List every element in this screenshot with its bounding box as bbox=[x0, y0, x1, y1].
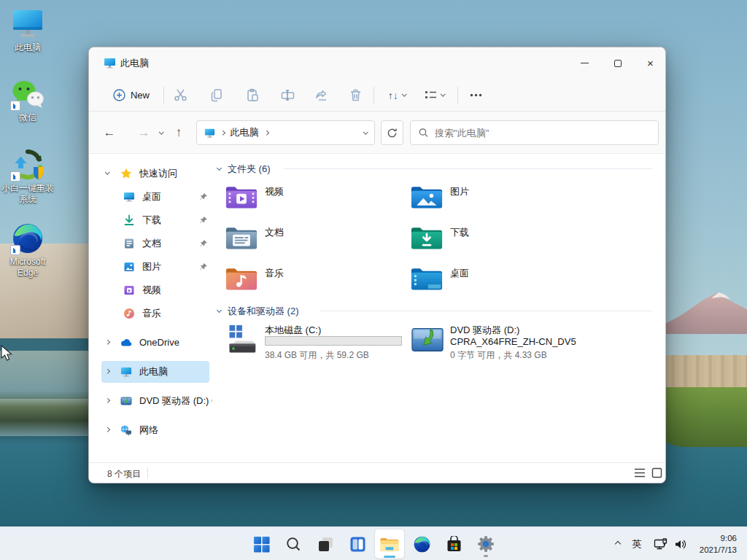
paste-button[interactable] bbox=[239, 84, 266, 106]
search-input[interactable] bbox=[435, 128, 650, 139]
section-header-drives[interactable]: 设备和驱动器 (2) bbox=[212, 304, 665, 317]
folder-tile-pictures[interactable]: 图片 bbox=[411, 182, 593, 217]
folder-tile-music[interactable]: 音乐 bbox=[225, 263, 408, 298]
search-box[interactable] bbox=[410, 120, 659, 145]
this-pc-monitor-icon bbox=[11, 7, 44, 41]
sidebar-item-this-pc[interactable]: 此电脑 bbox=[101, 361, 209, 383]
up-button[interactable]: ↑ bbox=[167, 121, 190, 144]
shortcut-arrow-badge bbox=[10, 101, 20, 111]
window-title: 此电脑 bbox=[120, 47, 149, 79]
breadcrumb-separator-icon bbox=[220, 131, 225, 135]
wallpaper-tree-reflections bbox=[0, 391, 96, 445]
drive-tile-d[interactable]: DVD 驱动器 (D:) CPRA_X64FRE_ZH-CN_DV5 0 字节 … bbox=[411, 324, 593, 368]
breadcrumb-this-pc[interactable]: 此电脑 bbox=[231, 126, 259, 139]
videos-folder-icon bbox=[225, 182, 258, 211]
sidebar-item-quick-access[interactable]: 快速访问 bbox=[101, 163, 209, 184]
tray-show-hidden-icons-button[interactable] bbox=[609, 529, 627, 559]
address-dropdown-icon[interactable] bbox=[363, 129, 368, 133]
onedrive-cloud-icon bbox=[120, 337, 132, 349]
folder-tile-documents[interactable]: 文档 bbox=[225, 222, 408, 257]
section-divider bbox=[284, 168, 652, 169]
cut-icon bbox=[174, 88, 187, 102]
large-icons-view-button[interactable] bbox=[651, 467, 664, 479]
desktop-root: { "colors": { "accent": "#0067c0", "side… bbox=[0, 0, 747, 560]
file-explorer-icon bbox=[380, 536, 399, 552]
file-explorer-button[interactable] bbox=[375, 529, 404, 559]
store-button[interactable] bbox=[439, 529, 468, 559]
history-dropdown-button[interactable] bbox=[155, 121, 168, 144]
clock-date: 2021/7/13 bbox=[689, 544, 737, 556]
sidebar-item-downloads[interactable]: 下载 bbox=[101, 209, 209, 231]
sidebar-item-dvd-drive[interactable]: DVD 驱动器 (D:) CPRA_X64FRE_ZH-CN_DV5 bbox=[101, 390, 209, 412]
download-icon bbox=[123, 214, 135, 226]
desktop-icon-label: Microsoft Edge bbox=[0, 257, 55, 279]
view-button[interactable] bbox=[417, 84, 452, 106]
desktop-icon-this-pc[interactable]: 此电脑 bbox=[0, 7, 55, 53]
widgets-button[interactable] bbox=[343, 529, 372, 559]
chevron-right-icon[interactable] bbox=[105, 369, 109, 373]
sidebar-item-onedrive[interactable]: OneDrive bbox=[101, 332, 209, 354]
collapse-chevron-icon[interactable] bbox=[217, 166, 222, 171]
tray-volume-button[interactable] bbox=[670, 529, 689, 559]
settings-button[interactable] bbox=[471, 529, 500, 559]
rename-button[interactable] bbox=[274, 84, 301, 106]
cut-button[interactable] bbox=[167, 84, 193, 106]
taskbar: 英 9:06 2021/7/13 bbox=[0, 526, 747, 560]
section-divider bbox=[320, 311, 652, 311]
section-header-folders[interactable]: 文件夹 (6) bbox=[212, 162, 665, 175]
drive-tile-c[interactable]: 本地磁盘 (C:) 38.4 GB 可用，共 59.2 GB bbox=[225, 324, 408, 368]
details-view-button[interactable] bbox=[634, 467, 646, 479]
desktop-icon-edge[interactable]: Microsoft Edge bbox=[0, 222, 55, 279]
folder-tile-desktop[interactable]: 桌面 bbox=[411, 263, 593, 298]
sort-button[interactable]: ↑↓ bbox=[379, 84, 414, 106]
back-button[interactable]: ← bbox=[98, 121, 121, 144]
desktop-icon-wechat[interactable]: 微信 bbox=[0, 77, 55, 123]
tray-ime-indicator[interactable]: 英 bbox=[627, 529, 646, 559]
tray-network-button[interactable] bbox=[650, 529, 670, 559]
chevron-down-icon bbox=[441, 92, 445, 96]
folder-tile-videos[interactable]: 视频 bbox=[225, 182, 408, 217]
folder-tile-downloads[interactable]: 下载 bbox=[411, 222, 593, 257]
collapse-chevron-icon[interactable] bbox=[217, 308, 222, 313]
chevron-right-icon[interactable] bbox=[105, 427, 109, 432]
chevron-right-icon[interactable] bbox=[105, 398, 109, 402]
chevron-down-icon[interactable] bbox=[105, 170, 109, 174]
close-button[interactable]: × bbox=[634, 47, 666, 79]
rename-icon bbox=[281, 88, 295, 102]
breadcrumb-separator-icon bbox=[264, 131, 268, 135]
delete-button[interactable] bbox=[342, 84, 368, 106]
xiaobai-reinstall-icon bbox=[11, 148, 44, 182]
more-options-button[interactable] bbox=[462, 84, 489, 106]
sidebar-item-music[interactable]: 音乐 bbox=[101, 303, 209, 324]
sidebar-item-documents[interactable]: 文档 bbox=[101, 233, 209, 254]
chevron-up-icon bbox=[615, 541, 621, 547]
address-bar[interactable]: 此电脑 bbox=[196, 120, 375, 145]
tray-clock[interactable]: 9:06 2021/7/13 bbox=[689, 532, 737, 556]
start-button[interactable] bbox=[247, 529, 276, 559]
new-button[interactable]: New bbox=[108, 84, 155, 106]
refresh-button[interactable] bbox=[381, 120, 403, 145]
maximize-button[interactable] bbox=[601, 47, 634, 79]
titlebar[interactable]: 此电脑 × bbox=[89, 47, 665, 79]
copy-button[interactable] bbox=[204, 84, 230, 106]
share-button[interactable] bbox=[309, 84, 335, 106]
edge-icon bbox=[413, 535, 431, 553]
maximize-icon bbox=[614, 60, 622, 67]
chevron-right-icon[interactable] bbox=[105, 340, 109, 344]
sidebar-item-videos[interactable]: 视频 bbox=[101, 279, 209, 301]
shortcut-arrow-badge bbox=[10, 245, 20, 255]
pin-icon bbox=[199, 192, 208, 201]
network-icon bbox=[120, 424, 132, 436]
minimize-button[interactable] bbox=[568, 47, 601, 79]
task-view-button[interactable] bbox=[311, 529, 340, 559]
desktop-icon-label: 此电脑 bbox=[0, 42, 55, 53]
ime-language-label: 英 bbox=[632, 537, 642, 551]
search-button[interactable] bbox=[279, 529, 308, 559]
sidebar-item-pictures[interactable]: 图片 bbox=[101, 256, 209, 278]
forward-button[interactable]: → bbox=[132, 121, 155, 144]
edge-button[interactable] bbox=[407, 529, 436, 559]
desktop-icon-xiaobai-reinstall[interactable]: 小白一键重装系统 bbox=[0, 148, 55, 205]
sidebar-item-network[interactable]: 网络 bbox=[101, 419, 209, 441]
desktop-folder-icon bbox=[123, 191, 135, 203]
sidebar-item-desktop[interactable]: 桌面 bbox=[101, 186, 209, 208]
